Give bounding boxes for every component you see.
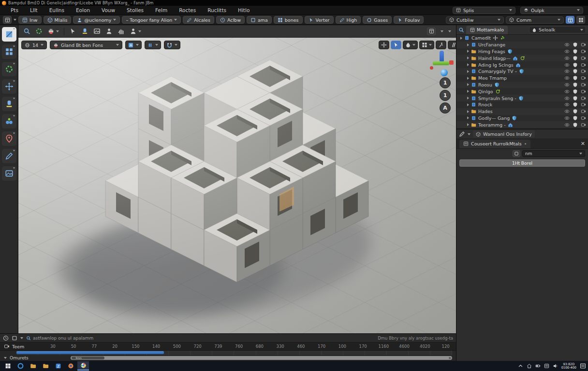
view-gizmo[interactable]: 1 1 A: [428, 50, 453, 113]
shield-icon[interactable]: [573, 102, 578, 107]
scene-selector[interactable]: Splis: [453, 7, 515, 14]
outliner-row[interactable]: Hades: [456, 108, 588, 115]
menu-item[interactable]: Eullns: [44, 6, 70, 14]
expand-icon[interactable]: [467, 63, 469, 66]
eye-icon[interactable]: [564, 96, 570, 101]
outliner-filter-dropdown[interactable]: Seloalk: [529, 26, 586, 33]
camera-icon[interactable]: [581, 115, 586, 121]
expand-icon[interactable]: [467, 57, 469, 59]
viewport-tool-button[interactable]: [118, 28, 125, 35]
camera-icon[interactable]: [581, 42, 586, 47]
camera-icon[interactable]: [581, 56, 586, 61]
eye-icon[interactable]: [564, 42, 570, 47]
menu-item[interactable]: Stolles: [121, 6, 149, 14]
toolbar-button[interactable]: High: [336, 16, 361, 24]
orbit-sphere-icon[interactable]: [441, 69, 448, 76]
timeline-ruler[interactable]: Teem 30507720150140500720739760680330460…: [0, 342, 456, 351]
outliner-row[interactable]: Camedlt: [456, 35, 588, 42]
transform-selector[interactable]: Comm: [506, 16, 564, 24]
eye-icon[interactable]: [564, 69, 570, 74]
tool-button[interactable]: [2, 97, 16, 111]
snap-toggle-button[interactable]: [566, 16, 574, 24]
camera-icon[interactable]: [581, 89, 586, 94]
frame-cell[interactable]: [212, 351, 234, 355]
camera-icon[interactable]: [581, 69, 586, 74]
taskbar-app-icon[interactable]: [52, 361, 64, 371]
shield-icon[interactable]: [573, 82, 578, 87]
toolbar-button[interactable]: Aclbw: [216, 16, 245, 24]
playback-progress[interactable]: [16, 351, 164, 354]
editor-type-button[interactable]: [3, 16, 12, 24]
chevron-down-icon[interactable]: [4, 357, 7, 359]
shield-icon[interactable]: [573, 56, 578, 61]
gizmo-y-axis[interactable]: [433, 61, 449, 65]
menu-item[interactable]: Felm: [149, 6, 173, 14]
outliner-row[interactable]: Ading Ig Sclngs: [456, 61, 588, 68]
menu-item[interactable]: Roctes: [173, 6, 202, 14]
viewport-tool-button[interactable]: [35, 28, 43, 35]
viewport-toggle-button[interactable]: [403, 41, 418, 49]
shield-icon[interactable]: [573, 109, 578, 114]
expand-icon[interactable]: [467, 97, 469, 100]
viewport-display-button[interactable]: [427, 28, 436, 35]
scrollbar-handle[interactable]: 3mm: [72, 357, 104, 359]
expand-icon[interactable]: [467, 123, 469, 126]
breadcrumb[interactable]: Wamoanl Oos Insfory: [473, 130, 535, 138]
outliner-row[interactable]: Roosu: [456, 82, 588, 88]
taskbar-app-icon[interactable]: [15, 361, 26, 371]
snap-magnet-dropdown[interactable]: [164, 41, 180, 49]
expand-icon[interactable]: [467, 50, 469, 53]
shield-icon[interactable]: [573, 122, 578, 128]
shield-icon[interactable]: [573, 69, 578, 74]
viewport-tool-button[interactable]: [81, 28, 88, 35]
outliner-tab[interactable]: Mottamkalo: [466, 26, 508, 34]
shield-icon[interactable]: [573, 96, 578, 101]
toolbar-button[interactable]: @uclenomy: [73, 16, 120, 24]
tool-button[interactable]: [2, 44, 16, 59]
camera-icon[interactable]: [581, 102, 586, 107]
gizmo-x-neg[interactable]: [430, 66, 433, 70]
viewport-tool-button[interactable]: [64, 28, 64, 35]
nav-button-camera[interactable]: A: [440, 102, 451, 114]
toolbar-button[interactable]: Inw: [18, 16, 42, 24]
expand-icon[interactable]: [467, 43, 469, 46]
tray-icon[interactable]: [518, 363, 523, 369]
eye-icon[interactable]: [564, 102, 570, 107]
tool-button[interactable]: [2, 166, 16, 181]
frame-cell[interactable]: [322, 351, 343, 355]
menu-item[interactable]: Eolon: [70, 6, 96, 14]
taskbar-app-icon[interactable]: [2, 361, 14, 371]
gizmo-x-axis[interactable]: [449, 60, 454, 65]
frame-cell[interactable]: [430, 351, 452, 355]
outliner-row[interactable]: Rnock: [456, 101, 588, 108]
mode-selector[interactable]: Cutbliw: [446, 16, 504, 24]
tool-button[interactable]: [2, 62, 16, 76]
outliner-row[interactable]: Comarygaly TV –: [456, 68, 588, 75]
toolbar-button[interactable]: – Tongoer fany Alion: [122, 16, 181, 24]
tool-button[interactable]: [2, 149, 16, 163]
viewport-tool-button[interactable]: [69, 28, 76, 35]
viewport-toggle-button[interactable]: [391, 41, 401, 49]
camera-icon[interactable]: [581, 96, 586, 101]
annotate-dropdown[interactable]: [125, 41, 142, 49]
notification-icon[interactable]: [580, 363, 586, 369]
viewport-tool-button[interactable]: [130, 28, 141, 35]
camera-icon[interactable]: [581, 82, 586, 87]
menu-item[interactable]: Vouw: [96, 6, 121, 14]
search-icon[interactable]: [458, 27, 464, 33]
view-layer-selector[interactable]: Oulpk: [520, 7, 583, 14]
tray-icon[interactable]: [535, 363, 541, 369]
expand-icon[interactable]: [467, 110, 469, 113]
viewport-3d[interactable]: 1 1 A: [18, 25, 456, 333]
track-label[interactable]: Teem: [0, 343, 43, 349]
shield-icon[interactable]: [573, 62, 578, 68]
eye-icon[interactable]: [564, 82, 570, 87]
toolbar-button[interactable]: bones: [274, 16, 303, 24]
outliner-row[interactable]: Haind Idagp—: [456, 55, 588, 61]
taskbar-app-icon[interactable]: [65, 361, 76, 371]
frame-cell[interactable]: [343, 351, 365, 355]
outliner-row[interactable]: Smyrauln Seng -: [456, 95, 588, 101]
eye-icon[interactable]: [564, 109, 570, 114]
frame-cell[interactable]: [300, 351, 322, 355]
expand-icon[interactable]: [460, 37, 462, 40]
